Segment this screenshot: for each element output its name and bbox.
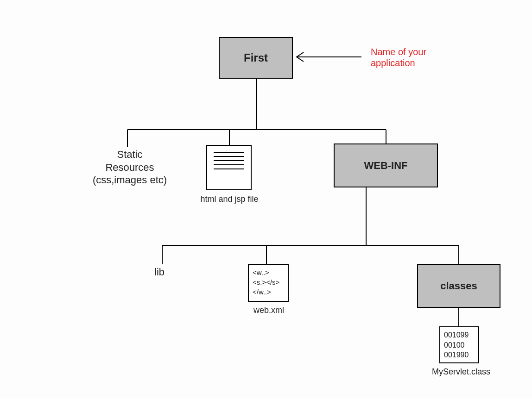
classes-label: classes <box>440 280 477 292</box>
annotation-line1: Name of your <box>371 46 426 57</box>
static-line2: Resources <box>76 161 183 174</box>
webxml-caption: web.xml <box>248 305 290 315</box>
servlet-line3: 001990 <box>444 350 475 360</box>
webxml-line1: <w..> <box>253 268 284 277</box>
static-line1: Static <box>76 148 183 161</box>
webinf-label: WEB-INF <box>364 160 407 172</box>
annotation-text: Name of your application <box>371 46 426 69</box>
servlet-file-icon: 001099 00100 001990 <box>439 326 479 363</box>
servlet-line1: 001099 <box>444 330 475 340</box>
webxml-file-icon: <w..> <s.></s> </w..> <box>248 264 289 302</box>
webxml-line3: </w..> <box>253 287 284 297</box>
classes-node-box: classes <box>417 264 500 308</box>
static-resources-label: Static Resources (css,images etc) <box>76 148 183 187</box>
servlet-caption: MyServlet.class <box>426 367 496 377</box>
lib-label: lib <box>154 266 165 278</box>
servlet-line2: 00100 <box>444 340 475 350</box>
webxml-line2: <s.></s> <box>253 277 284 287</box>
html-jsp-caption: html and jsp file <box>197 194 262 204</box>
webinf-node-box: WEB-INF <box>334 143 438 187</box>
static-line3: (css,images etc) <box>76 174 183 187</box>
html-jsp-file-icon <box>206 145 252 190</box>
root-node-label: First <box>244 51 268 64</box>
annotation-line2: application <box>371 57 426 69</box>
root-node-box: First <box>219 37 293 79</box>
